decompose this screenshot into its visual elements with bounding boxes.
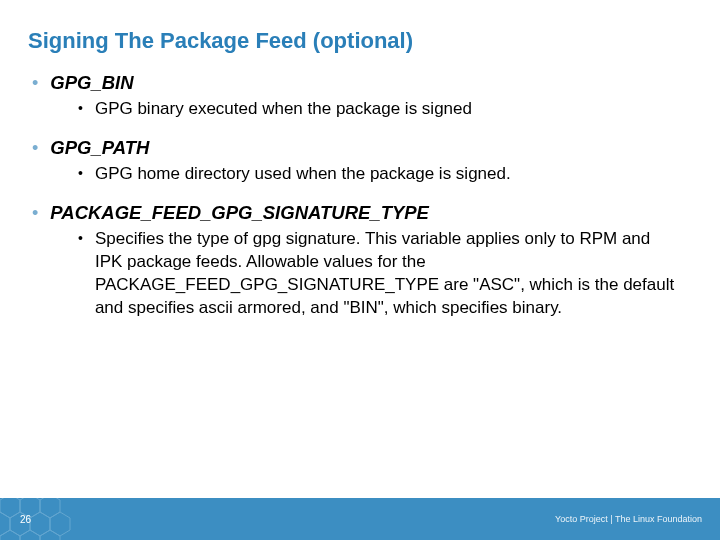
sub-list: • GPG binary executed when the package i…	[32, 94, 680, 121]
footer-attribution: Yocto Project | The Linux Foundation	[555, 514, 702, 524]
svg-marker-2	[40, 498, 60, 518]
slide-title: Signing The Package Feed (optional)	[0, 0, 720, 54]
footer-left: 26	[0, 498, 110, 540]
bullet-icon: •	[32, 137, 38, 159]
sub-bullet-icon: •	[78, 228, 83, 249]
description: Specifies the type of gpg signature. Thi…	[95, 228, 680, 320]
svg-marker-6	[50, 512, 70, 536]
page-number: 26	[0, 514, 31, 525]
slide-content: • GPG_BIN • GPG binary executed when the…	[0, 54, 720, 540]
svg-marker-9	[40, 530, 60, 540]
svg-marker-5	[30, 512, 50, 536]
sub-list: • GPG home directory used when the packa…	[32, 159, 680, 186]
list-item: • GPG_BIN • GPG binary executed when the…	[32, 72, 680, 121]
sub-bullet-icon: •	[78, 98, 83, 119]
term: GPG_PATH	[50, 137, 149, 159]
bullet-icon: •	[32, 202, 38, 224]
slide: Signing The Package Feed (optional) • GP…	[0, 0, 720, 540]
sub-list: • Specifies the type of gpg signature. T…	[32, 224, 680, 320]
sub-list-item: • GPG home directory used when the packa…	[78, 163, 680, 186]
description: GPG home directory used when the package…	[95, 163, 511, 186]
term: GPG_BIN	[50, 72, 133, 94]
sub-list-item: • GPG binary executed when the package i…	[78, 98, 680, 121]
svg-marker-7	[0, 530, 20, 540]
list-item: • GPG_PATH • GPG home directory used whe…	[32, 137, 680, 186]
svg-marker-8	[20, 530, 40, 540]
description: GPG binary executed when the package is …	[95, 98, 472, 121]
sub-list-item: • Specifies the type of gpg signature. T…	[78, 228, 680, 320]
footer-bar: 26 Yocto Project | The Linux Foundation	[0, 498, 720, 540]
term: PACKAGE_FEED_GPG_SIGNATURE_TYPE	[50, 202, 429, 224]
sub-bullet-icon: •	[78, 163, 83, 184]
bullet-icon: •	[32, 72, 38, 94]
bullet-list: • GPG_BIN • GPG binary executed when the…	[32, 72, 680, 320]
list-item: • PACKAGE_FEED_GPG_SIGNATURE_TYPE • Spec…	[32, 202, 680, 320]
